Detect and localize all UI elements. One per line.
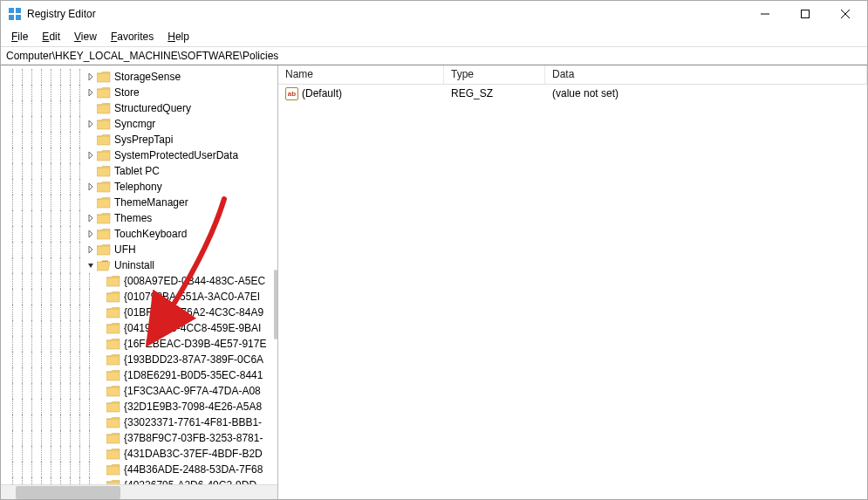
chevron-right-icon[interactable] bbox=[85, 228, 97, 240]
tree-item[interactable]: Tablet PC bbox=[8, 163, 277, 179]
expander-placeholder bbox=[85, 102, 97, 114]
maximize-button[interactable] bbox=[785, 1, 825, 27]
folder-icon bbox=[97, 243, 111, 256]
tree-item[interactable]: {193BDD23-87A7-389F-0C6A bbox=[8, 352, 277, 367]
tree-item-label: {0419A0C0-4CC8-459E-9BAI bbox=[124, 322, 261, 334]
tree-item-label: Tablet PC bbox=[114, 165, 160, 177]
folder-icon bbox=[106, 432, 120, 444]
expander-placeholder bbox=[85, 196, 97, 209]
folder-icon bbox=[106, 385, 120, 397]
expander-placeholder bbox=[85, 165, 97, 177]
close-button[interactable] bbox=[825, 1, 865, 27]
tree-item[interactable]: Syncmgr bbox=[8, 116, 277, 132]
chevron-right-icon[interactable] bbox=[85, 212, 97, 224]
tree-item[interactable]: StructuredQuery bbox=[8, 100, 277, 116]
menu-help[interactable]: Help bbox=[162, 30, 195, 44]
folder-icon bbox=[97, 118, 111, 130]
folder-icon bbox=[106, 369, 120, 381]
menu-edit[interactable]: Edit bbox=[37, 30, 65, 44]
tree-pane[interactable]: StorageSenseStoreStructuredQuerySyncmgrS… bbox=[1, 65, 278, 499]
tree-item[interactable]: Store bbox=[8, 85, 277, 100]
svg-rect-5 bbox=[802, 10, 810, 18]
chevron-right-icon[interactable] bbox=[85, 181, 97, 193]
tree-item[interactable]: ThemeManager bbox=[8, 195, 277, 210]
address-bar[interactable]: Computer\HKEY_LOCAL_MACHINE\SOFTWARE\Pol… bbox=[1, 46, 867, 65]
address-text: Computer\HKEY_LOCAL_MACHINE\SOFTWARE\Pol… bbox=[6, 50, 278, 62]
tree-item[interactable]: Uninstall bbox=[8, 257, 277, 273]
tree-item-label: SysPrepTapi bbox=[114, 134, 173, 146]
tree-item-label: StorageSense bbox=[114, 71, 181, 83]
expander-placeholder bbox=[94, 432, 106, 444]
folder-icon bbox=[97, 149, 111, 161]
tree-item-label: Telephony bbox=[114, 181, 162, 193]
folder-icon bbox=[97, 259, 111, 271]
minimize-button[interactable] bbox=[745, 1, 785, 27]
folder-icon bbox=[106, 338, 120, 350]
tree-item[interactable]: SysPrepTapi bbox=[8, 132, 277, 147]
folder-icon bbox=[106, 401, 120, 413]
chevron-down-icon[interactable] bbox=[85, 259, 97, 271]
menu-view[interactable]: View bbox=[69, 30, 102, 44]
tree-item-label: ThemeManager bbox=[114, 196, 188, 209]
tree-item[interactable]: {01BF1E7F-76A2-4C3C-84A9 bbox=[8, 305, 277, 320]
tree-item[interactable]: {1D8E6291-B0D5-35EC-8441 bbox=[8, 367, 277, 383]
values-pane[interactable]: Name Type Data ab(Default)REG_SZ(value n… bbox=[278, 65, 867, 499]
tree-item-label: {44B36ADE-2488-53DA-7F68 bbox=[124, 463, 263, 476]
menu-file[interactable]: File bbox=[6, 30, 33, 44]
tree-item[interactable]: {431DAB3C-37EF-4BDF-B2D bbox=[8, 446, 277, 462]
tree-item[interactable]: {32D1E9B3-7098-4E26-A5A8 bbox=[8, 399, 277, 414]
folder-icon bbox=[97, 134, 111, 146]
tree-item[interactable]: {37B8F9C7-03FB-3253-8781- bbox=[8, 430, 277, 446]
tree-item-label: Uninstall bbox=[114, 259, 154, 271]
tree-item-label: Syncmgr bbox=[114, 118, 155, 130]
scrollbar-thumb[interactable] bbox=[16, 486, 120, 499]
folder-icon bbox=[97, 71, 111, 83]
value-name-cell: ab(Default) bbox=[278, 87, 444, 100]
tree-item-label: SystemProtectedUserData bbox=[114, 149, 238, 161]
tree-item-label: {01BF1E7F-76A2-4C3C-84A9 bbox=[124, 306, 263, 318]
chevron-right-icon[interactable] bbox=[85, 243, 97, 256]
tree-item[interactable]: {44B36ADE-2488-53DA-7F68 bbox=[8, 462, 277, 477]
column-data[interactable]: Data bbox=[545, 65, 867, 84]
tree-item[interactable]: Themes bbox=[8, 210, 277, 226]
chevron-right-icon[interactable] bbox=[85, 86, 97, 99]
tree-item[interactable]: {010792BA-551A-3AC0-A7EI bbox=[8, 289, 277, 305]
tree-item[interactable]: TouchKeyboard bbox=[8, 226, 277, 242]
tree-item[interactable]: UFH bbox=[8, 242, 277, 257]
folder-icon bbox=[97, 102, 111, 114]
chevron-right-icon[interactable] bbox=[85, 149, 97, 161]
tree-item[interactable]: {16FEBEAC-D39B-4E57-917E bbox=[8, 336, 277, 352]
tree-item-label: {008A97ED-0B44-483C-A5EC bbox=[124, 275, 265, 287]
tree-item[interactable]: Telephony bbox=[8, 179, 277, 195]
folder-icon bbox=[97, 196, 111, 209]
tree-item[interactable]: {1F3C3AAC-9F7A-47DA-A08 bbox=[8, 383, 277, 399]
tree-item[interactable]: {0419A0C0-4CC8-459E-9BAI bbox=[8, 320, 277, 336]
tree-item-label: {1F3C3AAC-9F7A-47DA-A08 bbox=[124, 385, 261, 397]
menu-favorites[interactable]: Favorites bbox=[106, 30, 159, 44]
tree-item[interactable]: StorageSense bbox=[8, 69, 277, 85]
folder-icon bbox=[106, 275, 120, 287]
column-type[interactable]: Type bbox=[444, 65, 545, 84]
value-row[interactable]: ab(Default)REG_SZ(value not set) bbox=[278, 85, 867, 102]
tree-item-label: {193BDD23-87A7-389F-0C6A bbox=[124, 353, 263, 366]
svg-rect-0 bbox=[9, 8, 14, 13]
folder-icon bbox=[106, 448, 120, 460]
tree-item-label: {1D8E6291-B0D5-35EC-8441 bbox=[124, 369, 263, 381]
column-name[interactable]: Name bbox=[278, 65, 444, 84]
folder-icon bbox=[97, 86, 111, 99]
tree-vertical-scroll-indicator[interactable] bbox=[274, 270, 277, 339]
folder-icon bbox=[106, 322, 120, 334]
chevron-right-icon[interactable] bbox=[85, 118, 97, 130]
chevron-right-icon[interactable] bbox=[85, 71, 97, 83]
expander-placeholder bbox=[94, 353, 106, 366]
tree-item-label: {010792BA-551A-3AC0-A7EI bbox=[124, 291, 260, 303]
tree-item[interactable]: {33023371-7761-4F81-BBB1- bbox=[8, 414, 277, 430]
tree-horizontal-scrollbar[interactable] bbox=[1, 484, 277, 499]
app-icon bbox=[8, 7, 22, 21]
tree-item[interactable]: SystemProtectedUserData bbox=[8, 147, 277, 163]
tree-item-label: UFH bbox=[114, 243, 136, 256]
content-area: StorageSenseStoreStructuredQuerySyncmgrS… bbox=[1, 65, 867, 499]
string-value-icon: ab bbox=[285, 87, 298, 100]
tree-item[interactable]: {008A97ED-0B44-483C-A5EC bbox=[8, 273, 277, 289]
expander-placeholder bbox=[94, 463, 106, 476]
